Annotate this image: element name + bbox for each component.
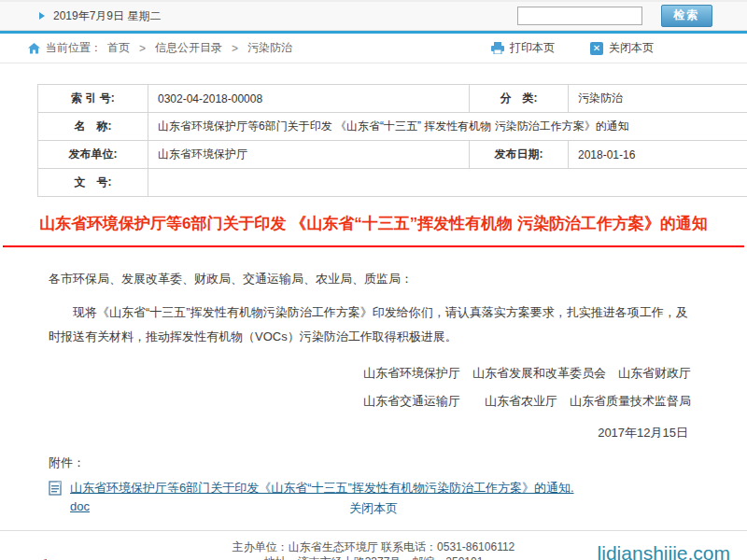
watermark-text: lidianshijie.com <box>598 542 730 560</box>
publisher-value: 山东省环境保护厅 <box>148 141 470 169</box>
page-tools: 打印本页 ✕ 关闭本页 <box>491 40 654 56</box>
breadcrumb-item-home[interactable]: 首页 <box>107 40 130 56</box>
article-title: 山东省环境保护厅等6部门关于印发 《山东省“十三五”挥发性有机物 污染防治工作方… <box>37 213 710 234</box>
article-salutation: 各市环保局、发展改革委、财政局、交通运输局、农业局、质监局： <box>49 270 698 289</box>
breadcrumb-separator: > <box>139 42 146 55</box>
docnumber-label: 文 号: <box>38 169 148 197</box>
title-label: 名 称: <box>38 113 148 141</box>
index-number-value: 0302-04-2018-00008 <box>148 85 470 113</box>
arrow-right-icon <box>39 12 45 20</box>
footer: 主办单位：山东省生态环境厅 联系电话：0531-86106112 地址：济南市经… <box>0 530 747 560</box>
date-area: 2019年7月9日 星期二 <box>39 8 161 24</box>
close-page-label: 关闭本页 <box>609 40 654 56</box>
signature-line: 山东省环境保护厅 山东省发展和改革委员会 山东省财政厅 <box>37 366 710 382</box>
current-date: 2019年7月9日 星期二 <box>53 8 161 24</box>
printer-icon <box>491 42 504 54</box>
article-body: 各市环保局、发展改革委、财政局、交通运输局、农业局、质监局： 现将《山东省“十三… <box>0 270 747 517</box>
document-meta-table: 索 引 号: 0302-04-2018-00008 分 类: 污染防治 名 称:… <box>37 84 747 197</box>
breadcrumb-bar: 当前位置： 首页 > 信息公开目录 > 污染防治 打印本页 ✕ 关闭本页 <box>0 34 747 63</box>
top-bar: 2019年7月9日 星期二 检索 <box>0 0 747 31</box>
table-row: 名 称: 山东省环境保护厅等6部门关于印发 《山东省“十三五” 挥发性有机物 污… <box>38 113 747 141</box>
category-value: 污染防治 <box>569 85 747 113</box>
breadcrumb-item-pollution[interactable]: 污染防治 <box>247 40 292 56</box>
breadcrumb: 当前位置： 首页 > 信息公开目录 > 污染防治 <box>28 40 292 56</box>
table-row: 索 引 号: 0302-04-2018-00008 分 类: 污染防治 <box>38 85 747 113</box>
signature-line: 山东省交通运输厅 山东省农业厅 山东省质量技术监督局 <box>37 394 710 410</box>
article-paragraph: 现将《山东省“十三五”挥发性有机物污染防治工作方案》印发给你们，请认真落实方案要… <box>49 301 698 350</box>
attachment-label: 附件： <box>49 455 698 471</box>
table-row: 文 号: <box>38 169 747 197</box>
search-area: 检索 <box>517 5 712 27</box>
doc-file-icon <box>49 481 63 496</box>
title-value: 山东省环境保护厅等6部门关于印发 《山东省“十三五” 挥发性有机物 污染防治工作… <box>148 113 747 141</box>
print-page-link[interactable]: 打印本页 <box>491 40 555 56</box>
page: 2019年7月9日 星期二 检索 当前位置： 首页 > 信息公开目录 > 污染防… <box>0 0 747 560</box>
table-row: 发布单位: 山东省环境保护厅 发布日期: 2018-01-16 <box>38 141 747 169</box>
search-input[interactable] <box>517 7 642 25</box>
home-icon <box>28 43 40 54</box>
title-divider <box>3 245 744 247</box>
close-page-link[interactable]: ✕ 关闭本页 <box>590 40 654 56</box>
index-number-label: 索 引 号: <box>38 85 148 113</box>
search-button[interactable]: 检索 <box>661 5 712 27</box>
print-page-label: 打印本页 <box>510 40 555 56</box>
breadcrumb-separator: > <box>232 42 238 55</box>
main-content: 索 引 号: 0302-04-2018-00008 分 类: 污染防治 名 称:… <box>0 84 747 234</box>
pubdate-value: 2018-01-16 <box>569 141 747 169</box>
category-label: 分 类: <box>470 85 569 113</box>
publisher-label: 发布单位: <box>38 141 148 169</box>
pubdate-label: 发布日期: <box>470 141 569 169</box>
breadcrumb-item-infodir[interactable]: 信息公开目录 <box>155 40 222 56</box>
breadcrumb-prefix: 当前位置： <box>46 40 102 56</box>
close-icon: ✕ <box>590 42 603 55</box>
docnumber-value <box>148 169 747 197</box>
close-page-center-link[interactable]: 关闭本页 <box>349 501 398 515</box>
attachment-link[interactable]: 山东省环境保护厅等6部门关于印发《山东省“十三五”挥发性有机物污染防治工作方案》… <box>70 479 574 516</box>
signature-date: 2017年12月15日 <box>37 425 710 441</box>
